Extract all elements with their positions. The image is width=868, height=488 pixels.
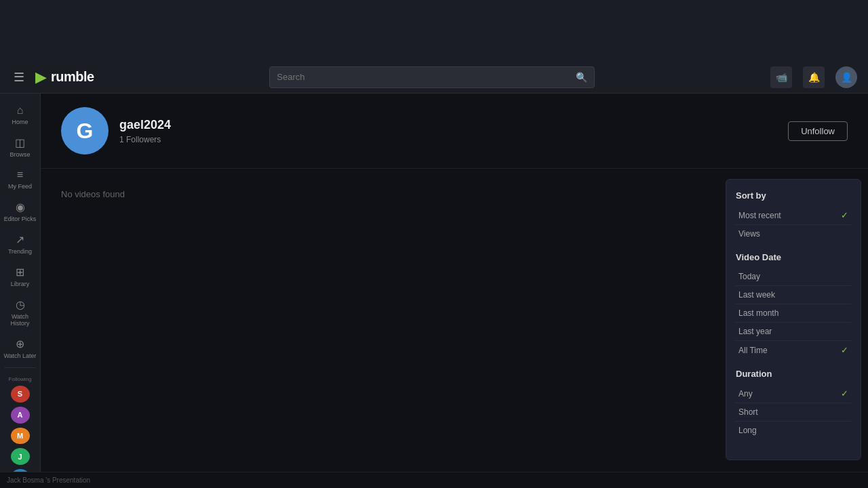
video-date-title: Video Date (736, 252, 851, 262)
bell-icon: 🔔 (808, 72, 820, 83)
library-icon: ⊞ (16, 266, 24, 279)
browse-icon: ◫ (15, 136, 25, 149)
duration-option-long[interactable]: Long (736, 422, 851, 439)
editor-picks-icon: ◉ (16, 201, 25, 214)
sort-option-views[interactable]: Views (736, 225, 851, 243)
date-option-last-month[interactable]: Last month (736, 304, 851, 323)
date-option-today[interactable]: Today (736, 268, 851, 286)
date-option-label: Last year (738, 327, 772, 336)
search-container: 🔍 (121, 66, 743, 88)
following-avatar-1[interactable]: S (11, 386, 30, 403)
date-option-label: Last week (738, 290, 775, 300)
sort-option-most-recent[interactable]: Most recent ✓ (736, 206, 851, 225)
duration-option-any[interactable]: Any ✓ (736, 384, 851, 403)
profile-header: G gael2024 1 Followers Unfollow (41, 94, 868, 169)
trending-icon: ↗ (16, 233, 24, 246)
sidebar-item-watch-later[interactable]: ⊕ Watch Later (0, 332, 40, 365)
sidebar-item-label: Watch Later (3, 352, 36, 359)
sort-panel: Sort by Most recent ✓ Views Video Date T… (726, 179, 861, 460)
home-icon: ⌂ (17, 104, 24, 117)
duration-option-label: Any (738, 389, 753, 399)
bottom-bar-text: Jack Bosma 's Presentation (7, 476, 90, 484)
sidebar-item-label: Trending (8, 248, 32, 255)
check-icon: ✓ (841, 345, 848, 355)
video-date-section: Video Date Today Last week Last month La… (736, 252, 851, 359)
sidebar-item-label: My Feed (8, 183, 32, 190)
sidebar-item-label: Editor Picks (4, 216, 37, 222)
bottom-bar: Jack Bosma 's Presentation (0, 472, 868, 488)
check-icon: ✓ (841, 388, 848, 399)
sidebar-item-label: Library (11, 281, 30, 287)
sidebar-item-label: Browse (9, 151, 30, 158)
top-bar (0, 0, 868, 61)
sidebar-divider (4, 367, 36, 368)
sidebar-item-home[interactable]: ⌂ Home (0, 99, 40, 131)
logo-text: rumble (51, 69, 94, 85)
user-avatar-button[interactable]: 👤 (835, 66, 857, 88)
sidebar-item-my-feed[interactable]: ≡ My Feed (0, 163, 40, 195)
menu-icon[interactable]: ☰ (11, 67, 27, 87)
date-option-label: Last month (738, 308, 778, 318)
date-option-last-week[interactable]: Last week (736, 286, 851, 304)
date-option-label: All Time (738, 346, 768, 355)
duration-title: Duration (736, 369, 851, 379)
logo[interactable]: ▶ rumble (35, 68, 94, 86)
sidebar-item-library[interactable]: ⊞ Library (0, 260, 40, 293)
following-avatar-2[interactable]: A (11, 407, 30, 424)
history-icon: ◷ (16, 298, 25, 311)
unfollow-button[interactable]: Unfollow (788, 121, 848, 141)
no-videos-text: No videos found (61, 189, 125, 199)
profile-avatar: G (61, 107, 108, 155)
duration-option-label: Short (738, 407, 758, 417)
profile-info: gael2024 1 Followers (119, 118, 171, 144)
sort-option-label: Views (738, 229, 760, 239)
sidebar-item-trending[interactable]: ↗ Trending (0, 228, 40, 260)
camera-icon: 📹 (776, 72, 787, 83)
search-input[interactable] (277, 72, 570, 82)
notifications-button[interactable]: 🔔 (803, 66, 825, 88)
sidebar-item-label: Home (12, 119, 28, 125)
date-option-last-year[interactable]: Last year (736, 323, 851, 341)
profile-followers: 1 Followers (119, 135, 171, 144)
profile-name: gael2024 (119, 118, 171, 132)
search-bar: 🔍 (269, 66, 595, 88)
sidebar: ⌂ Home ◫ Browse ≡ My Feed ◉ Editor Picks… (0, 94, 41, 488)
sidebar-item-browse[interactable]: ◫ Browse (0, 131, 40, 163)
user-icon: 👤 (841, 72, 852, 83)
watch-later-icon: ⊕ (16, 338, 24, 350)
logo-icon: ▶ (35, 68, 47, 86)
duration-section: Duration Any ✓ Short Long (736, 369, 851, 439)
sort-by-title: Sort by (736, 190, 851, 201)
sidebar-item-editor-picks[interactable]: ◉ Editor Picks (0, 195, 40, 228)
date-option-all-time[interactable]: All Time ✓ (736, 341, 851, 359)
navbar-left: ☰ ▶ rumble (11, 67, 94, 87)
duration-option-short[interactable]: Short (736, 403, 851, 422)
following-avatar-3[interactable]: M (11, 428, 30, 445)
sidebar-item-watch-history[interactable]: ◷ Watch History (0, 293, 40, 332)
sort-option-label: Most recent (738, 211, 781, 220)
profile-left: G gael2024 1 Followers (61, 107, 171, 155)
upload-button[interactable]: 📹 (770, 66, 792, 88)
feed-icon: ≡ (17, 169, 23, 181)
following-avatar-4[interactable]: J (11, 448, 30, 465)
duration-option-label: Long (738, 426, 757, 435)
date-option-label: Today (738, 272, 760, 281)
following-label: Following (0, 371, 40, 384)
navbar: ☰ ▶ rumble 🔍 📹 🔔 👤 (0, 61, 868, 94)
sidebar-item-label: Watch History (3, 313, 37, 327)
sort-by-section: Sort by Most recent ✓ Views (736, 190, 851, 243)
check-icon: ✓ (841, 210, 848, 220)
navbar-right: 📹 🔔 👤 (770, 66, 857, 88)
search-icon: 🔍 (576, 72, 587, 83)
profile-avatar-letter: G (77, 119, 94, 144)
